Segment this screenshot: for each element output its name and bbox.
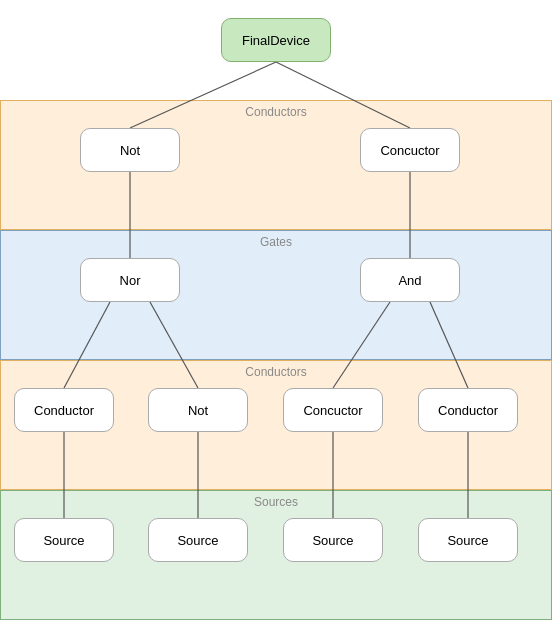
node-source3: Source [283, 518, 383, 562]
node-conductor1: Conductor [14, 388, 114, 432]
node-not-top: Not [80, 128, 180, 172]
diagram-container: Conductors Gates Conductors Sources [0, 0, 552, 642]
band-gates-label: Gates [260, 235, 292, 249]
node-not-bottom: Not [148, 388, 248, 432]
node-concuctor-top: Concuctor [360, 128, 460, 172]
node-source1: Source [14, 518, 114, 562]
band-conductors-top-label: Conductors [245, 105, 306, 119]
node-source4: Source [418, 518, 518, 562]
node-final-device: FinalDevice [221, 18, 331, 62]
node-conductor2: Conductor [418, 388, 518, 432]
node-nor: Nor [80, 258, 180, 302]
band-conductors-bottom-label: Conductors [245, 365, 306, 379]
band-sources-label: Sources [254, 495, 298, 509]
node-concuctor-bottom: Concuctor [283, 388, 383, 432]
node-and: And [360, 258, 460, 302]
node-source2: Source [148, 518, 248, 562]
